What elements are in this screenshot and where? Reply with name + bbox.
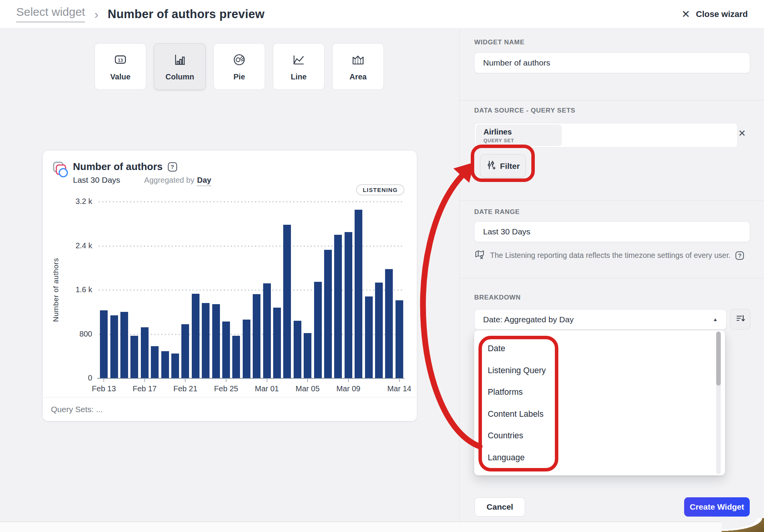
filter-label: Filter <box>500 162 520 171</box>
bar-mar-02[interactable] <box>273 308 281 378</box>
close-wizard-label: Close wizard <box>696 9 748 19</box>
breakdown-selected-value: Date: Aggregated by Day <box>483 315 574 324</box>
x-axis-tick-label: Feb 17 <box>133 384 157 393</box>
create-widget-button[interactable]: Create Widget <box>684 497 750 517</box>
bar-mar-13[interactable] <box>385 269 393 378</box>
bar-feb-15[interactable] <box>120 312 128 378</box>
filter-button[interactable]: Filter <box>480 154 526 178</box>
widget-type-value[interactable]: 13Value <box>95 43 146 90</box>
x-axis-tick-label: Feb 25 <box>214 384 238 393</box>
widget-type-line[interactable]: Line <box>273 43 325 90</box>
widget-name-input[interactable] <box>474 52 750 73</box>
svg-text:13: 13 <box>118 57 123 62</box>
filter-icon <box>486 160 496 172</box>
bar-mar-03[interactable] <box>283 225 291 378</box>
scrollbar-thumb[interactable] <box>716 332 721 386</box>
query-sets-field[interactable]: Airlines QUERY SET <box>474 123 738 148</box>
x-axis-tick <box>348 379 349 382</box>
chart-date-range: Last 30 Days <box>73 175 120 185</box>
bar-feb-18[interactable] <box>151 346 159 378</box>
bar-mar-07[interactable] <box>324 250 332 378</box>
section-divider <box>460 100 764 101</box>
x-axis-tick-label: Mar 01 <box>255 384 279 393</box>
x-axis-tick <box>399 379 400 382</box>
breadcrumb-back[interactable]: Select widget <box>16 5 85 23</box>
breakdown-option-language[interactable]: Language <box>488 453 525 463</box>
bar-feb-24[interactable] <box>212 304 220 378</box>
widget-type-label: Area <box>350 72 367 81</box>
x-axis-tick <box>267 379 267 382</box>
close-wizard-button[interactable]: ✕ Close wizard <box>681 8 748 20</box>
bar-mar-05[interactable] <box>304 333 311 378</box>
query-set-chip[interactable]: Airlines QUERY SET <box>476 125 562 146</box>
breakdown-option-platforms[interactable]: Platforms <box>488 387 523 397</box>
chart-title: Number of authors <box>73 161 163 173</box>
date-range-field[interactable]: Last 30 Days <box>474 221 750 242</box>
page-title: Number of authors preview <box>108 7 264 21</box>
breakdown-option-date[interactable]: Date <box>488 344 505 354</box>
section-divider <box>460 200 764 201</box>
y-axis-tick-label: 1.6 k <box>54 285 92 294</box>
y-axis-tick-label: 3.2 k <box>54 197 92 206</box>
scrollbar-track[interactable] <box>716 332 721 474</box>
bar-feb-28[interactable] <box>253 294 260 378</box>
bar-mar-09[interactable] <box>345 232 352 378</box>
breakdown-option-listening-query[interactable]: Listening Query <box>488 366 546 375</box>
x-axis-tick <box>103 379 104 382</box>
bar-feb-14[interactable] <box>110 315 118 378</box>
help-icon[interactable]: ? <box>735 251 744 260</box>
widget-type-label: Value <box>110 72 130 81</box>
x-axis-tick-label: Mar 09 <box>336 384 360 393</box>
bar-feb-21[interactable] <box>181 324 189 378</box>
bar-feb-13[interactable] <box>100 310 108 378</box>
breakdown-option-content-labels[interactable]: Content Labels <box>488 409 544 419</box>
bar-feb-17[interactable] <box>141 327 149 378</box>
section-divider <box>460 278 764 278</box>
bar-mar-14[interactable] <box>396 300 403 378</box>
bottom-strip <box>0 522 722 532</box>
cancel-button[interactable]: Cancel <box>475 497 525 517</box>
remove-query-set-icon[interactable]: ✕ <box>738 128 746 139</box>
bar-feb-26[interactable] <box>232 336 240 378</box>
bar-mar-12[interactable] <box>375 283 383 378</box>
bar-feb-25[interactable] <box>222 322 230 378</box>
bar-feb-16[interactable] <box>130 336 138 378</box>
bar-feb-27[interactable] <box>243 320 250 378</box>
widget-wizard: Select widget › Number of authors previe… <box>0 0 764 532</box>
bar-mar-08[interactable] <box>334 235 342 378</box>
widget-type-label: Column <box>166 72 194 81</box>
bar-feb-20[interactable] <box>171 354 179 378</box>
x-axis-tick-label: Feb 21 <box>173 384 197 393</box>
sort-order-button[interactable] <box>730 309 750 330</box>
page-background-corner <box>722 518 764 532</box>
breakdown-select[interactable]: Date: Aggregated by Day ▲ <box>474 309 727 330</box>
help-icon[interactable]: ? <box>168 162 177 172</box>
bar-mar-01[interactable] <box>263 283 271 378</box>
breakdown-option-countries[interactable]: Countries <box>488 431 523 441</box>
bar-feb-23[interactable] <box>202 303 210 378</box>
widget-name-label: WIDGET NAME <box>474 39 524 46</box>
gridline <box>99 201 404 202</box>
bar-mar-04[interactable] <box>294 321 301 378</box>
widget-type-label: Pie <box>233 72 245 81</box>
timezone-map-icon <box>474 249 485 262</box>
bar-chart <box>99 202 404 378</box>
settings-panel: WIDGET NAME DATA SOURCE - QUERY SETS Air… <box>460 29 764 522</box>
listening-badge: LISTENING <box>356 184 404 195</box>
bar-mar-11[interactable] <box>365 296 373 378</box>
widget-type-column[interactable]: Column <box>154 43 206 90</box>
area-icon <box>350 52 366 69</box>
widget-type-pie[interactable]: Pie <box>213 43 265 90</box>
query-set-type: QUERY SET <box>483 138 562 143</box>
breakdown-label: BREAKDOWN <box>474 294 521 301</box>
x-axis-tick <box>226 379 226 382</box>
bar-mar-06[interactable] <box>314 282 322 378</box>
widget-type-area[interactable]: Area <box>332 43 384 90</box>
widget-preview-card: Number of authors ? Last 30 Days Aggrega… <box>43 151 417 421</box>
bar-feb-22[interactable] <box>192 294 199 378</box>
bar-mar-10[interactable] <box>355 210 362 378</box>
aggregated-by-value[interactable]: Day <box>197 176 211 186</box>
query-set-name: Airlines <box>483 128 562 136</box>
value-icon: 13 <box>113 52 128 69</box>
bar-feb-19[interactable] <box>161 351 169 378</box>
